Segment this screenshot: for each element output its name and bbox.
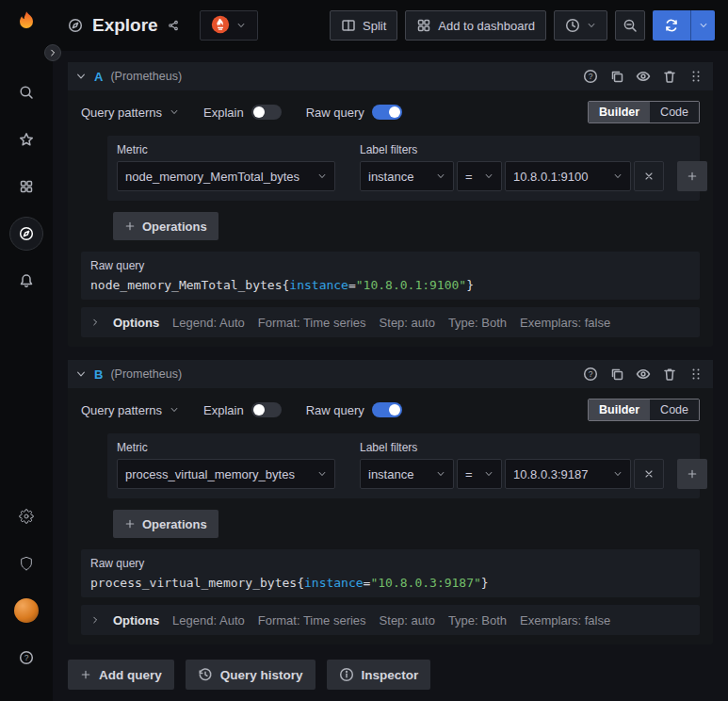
add-query-button[interactable]: Add query <box>68 660 174 690</box>
options-row-b[interactable]: Options Legend: Auto Format: Time series… <box>81 605 700 635</box>
chevron-down-icon <box>484 171 493 181</box>
remove-filter-button[interactable] <box>634 161 664 191</box>
explain-toggle[interactable] <box>251 402 282 417</box>
query-history-button[interactable]: Query history <box>186 660 315 690</box>
shield-icon <box>19 556 34 571</box>
query-patterns-dropdown[interactable]: Query patterns <box>81 106 179 120</box>
sidebar-expand-button[interactable] <box>44 44 61 61</box>
run-query-button[interactable] <box>653 10 715 41</box>
help-icon[interactable]: ? <box>583 367 598 382</box>
drag-handle-icon[interactable] <box>688 367 704 382</box>
sidebar-item-explore[interactable] <box>9 217 43 251</box>
query-toolbar-b: Query patterns Explain Raw query Builder… <box>81 396 700 424</box>
grafana-logo-icon[interactable] <box>13 9 40 40</box>
history-icon <box>198 667 213 682</box>
legend-meta: Legend: Auto <box>172 316 245 330</box>
filter-value-select[interactable]: 10.8.0.3:9187 <box>505 459 631 489</box>
metric-select[interactable]: node_memory_MemTotal_bytes <box>117 161 335 191</box>
copy-icon[interactable] <box>609 69 624 84</box>
sidebar-item-help[interactable]: ? <box>9 641 43 675</box>
chevron-down-icon <box>436 469 445 479</box>
query-editor-row-a: A (Prometheus) ? Query patterns <box>68 62 713 347</box>
filter-value-text: 10.8.0.3:9187 <box>513 467 589 481</box>
zoom-out-button[interactable] <box>615 10 645 41</box>
sidebar-item-dashboards[interactable] <box>9 170 43 204</box>
trash-icon[interactable] <box>662 367 677 382</box>
metric-label: Metric <box>117 143 335 156</box>
inspector-button[interactable]: Inspector <box>327 660 431 690</box>
sidebar-item-server-admin[interactable] <box>9 546 43 580</box>
copy-icon[interactable] <box>609 367 624 382</box>
type-meta: Type: Both <box>448 613 507 628</box>
operations-button[interactable]: Operations <box>113 510 218 538</box>
bell-icon <box>19 273 34 288</box>
explain-toggle[interactable] <box>251 105 282 120</box>
editor-mode-switch: Builder Code <box>588 101 700 123</box>
options-row-a[interactable]: Options Legend: Auto Format: Time series… <box>81 307 700 337</box>
help-icon[interactable]: ? <box>583 69 598 84</box>
remove-filter-button[interactable] <box>634 459 664 489</box>
filter-label-select[interactable]: instance <box>360 161 454 191</box>
builder-tab[interactable]: Builder <box>589 102 650 122</box>
svg-text:?: ? <box>589 72 593 81</box>
raw-query-code: process_virtual_memory_bytes{instance="1… <box>90 576 690 590</box>
split-button[interactable]: Split <box>330 10 397 41</box>
code-tab[interactable]: Code <box>650 102 699 122</box>
sidebar-item-alerting[interactable] <box>9 264 43 298</box>
query-editor-row-b: B (Prometheus) ? Query patterns <box>68 360 713 644</box>
add-to-dashboard-button[interactable]: Add to dashboard <box>405 10 546 41</box>
run-options-caret[interactable] <box>690 10 715 41</box>
collapse-icon[interactable] <box>75 71 87 82</box>
explain-label: Explain <box>203 106 244 120</box>
query-history-label: Query history <box>220 668 303 682</box>
collapse-icon[interactable] <box>75 368 87 380</box>
metric-select[interactable]: process_virtual_memory_bytes <box>117 459 335 489</box>
sidebar-item-starred[interactable] <box>9 122 43 156</box>
add-filter-button[interactable] <box>677 459 707 489</box>
chevron-down-icon <box>170 107 179 117</box>
chevron-down-icon <box>484 469 493 479</box>
drag-handle-icon[interactable] <box>688 69 704 84</box>
step-meta: Step: auto <box>380 316 435 330</box>
raw-query-panel-b: Raw query process_virtual_memory_bytes{i… <box>81 549 700 597</box>
chevron-right-icon <box>90 318 100 327</box>
add-filter-button[interactable] <box>677 161 707 191</box>
operations-button[interactable]: Operations <box>113 212 218 240</box>
datasource-picker[interactable] <box>200 10 258 41</box>
raw-query-toggle[interactable] <box>372 105 402 120</box>
filter-operator-select[interactable]: = <box>457 459 502 489</box>
format-meta: Format: Time series <box>258 613 366 628</box>
trash-icon[interactable] <box>662 69 677 84</box>
filter-value-select[interactable]: 10.8.0.1:9100 <box>505 161 631 191</box>
raw-query-code: node_memory_MemTotal_bytes{instance="10.… <box>90 278 690 292</box>
raw-query-label: Raw query <box>90 557 690 570</box>
raw-query-toggle[interactable] <box>372 402 402 417</box>
filter-label-select[interactable]: instance <box>360 459 454 489</box>
eye-icon[interactable] <box>636 367 651 382</box>
raw-query-panel-a: Raw query node_memory_MemTotal_bytes{ins… <box>81 252 700 300</box>
query-patterns-dropdown[interactable]: Query patterns <box>81 403 179 417</box>
add-to-dashboard-label: Add to dashboard <box>438 19 535 33</box>
eye-icon[interactable] <box>636 69 651 84</box>
query-toolbar-a: Query patterns Explain Raw query Builder… <box>81 98 700 126</box>
sidebar-item-search[interactable] <box>9 75 43 109</box>
sidebar-item-profile[interactable] <box>9 594 43 628</box>
query-header-a: A (Prometheus) ? <box>68 62 713 90</box>
zoom-out-icon <box>623 18 638 33</box>
filter-operator-select[interactable]: = <box>457 161 502 191</box>
prometheus-icon <box>211 15 230 37</box>
sidebar-bottom: ? <box>9 499 43 688</box>
time-range-button[interactable] <box>554 10 607 41</box>
raw-query-label: Raw query <box>306 403 364 417</box>
query-ref-id: A <box>94 70 103 84</box>
type-meta: Type: Both <box>448 316 507 330</box>
code-tab[interactable]: Code <box>650 399 699 420</box>
chevron-down-icon <box>699 21 708 30</box>
query-editor-area: A (Prometheus) ? Query patterns <box>53 51 728 701</box>
builder-tab[interactable]: Builder <box>589 399 650 420</box>
step-meta: Step: auto <box>380 613 435 628</box>
plus-icon <box>124 518 136 530</box>
clock-icon <box>565 18 580 33</box>
sidebar-item-configuration[interactable] <box>9 499 43 533</box>
share-icon[interactable] <box>168 20 179 31</box>
